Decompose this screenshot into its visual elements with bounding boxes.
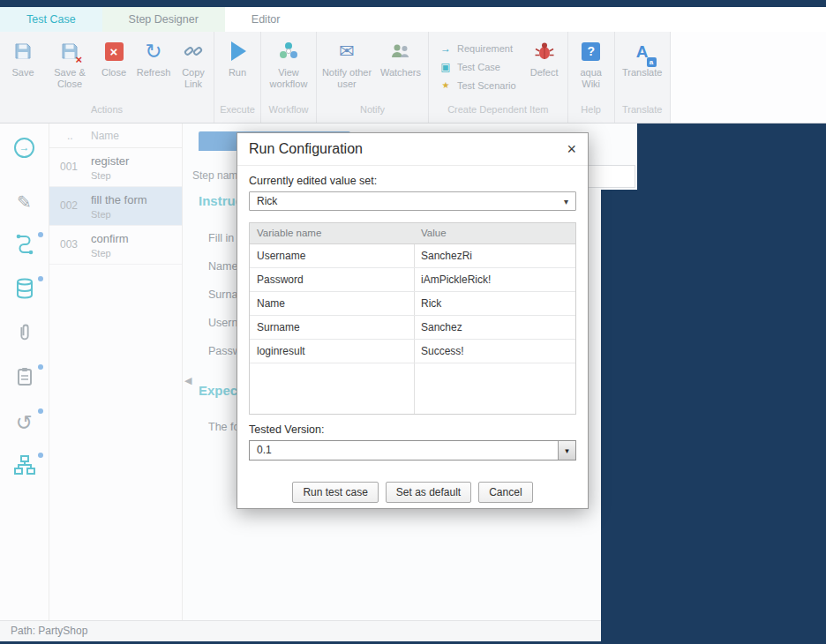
data-nav-button[interactable] <box>13 279 36 302</box>
history-nav-button[interactable]: ↺ <box>13 411 36 434</box>
step-row-fill-the-form[interactable]: 002 fill the form Step <box>49 187 182 226</box>
tab-bar: Test Case Step Designer Editor <box>0 7 826 32</box>
step-row-register[interactable]: 001 register Step <box>49 148 182 187</box>
collapse-chevron-icon[interactable]: ◀ <box>184 375 191 386</box>
translate-icon: A a <box>636 38 649 64</box>
defect-bug-icon <box>533 38 556 64</box>
value-set-select[interactable]: Rick ▾ <box>249 191 576 211</box>
create-test-scenario-item[interactable]: ★ Test Scenario <box>436 76 520 94</box>
pencil-icon: ✎ <box>17 191 32 213</box>
column-header-number: .. <box>67 130 73 142</box>
save-icon <box>13 38 33 64</box>
caret-down-icon: ▾ <box>564 197 568 206</box>
column-header-variable: Variable name <box>250 223 414 243</box>
status-bar: Path: PartyShop <box>0 620 601 641</box>
ribbon-group-label-notify: Notify <box>319 104 426 119</box>
steps-list-panel: .. Name 001 register Step 002 fill the f… <box>49 124 183 620</box>
expand-panel-button[interactable]: → <box>13 136 36 159</box>
view-workflow-button[interactable]: View workflow <box>263 32 314 90</box>
set-as-default-button[interactable]: Set as default <box>386 482 471 503</box>
variables-table: Variable name Value Username SanchezRi P… <box>249 222 576 415</box>
run-test-case-button[interactable]: Run test case <box>292 482 378 503</box>
steps-nav-button[interactable] <box>13 235 36 258</box>
tested-version-combo[interactable]: 0.1 ▾ <box>249 440 576 461</box>
ribbon-group-create-dependent: → Requirement ▣ Test Case ★ Test Scenari… <box>429 32 568 123</box>
cancel-button[interactable]: Cancel <box>478 482 532 503</box>
tested-version-label: Tested Version: <box>249 423 576 436</box>
run-configuration-dialog: Run Configuration × Currently edited val… <box>237 132 589 509</box>
notification-dot <box>38 276 43 281</box>
save-and-close-button[interactable]: × Save & Close <box>44 32 95 90</box>
ribbon-group-label-actions: Actions <box>2 104 212 119</box>
ribbon: Save × Save & Close × Close ↻ Refresh <box>0 32 826 124</box>
copy-link-button[interactable]: Copy Link <box>175 32 212 90</box>
aqua-wiki-button[interactable]: ? aqua Wiki <box>570 32 612 90</box>
table-row[interactable]: Surname Sanchez <box>250 316 575 340</box>
ribbon-group-notify: ✉ Notify other user Watchers Notify <box>317 32 429 123</box>
dialog-title: Run Configuration <box>249 141 363 157</box>
caret-down-icon: ▾ <box>565 446 569 455</box>
run-button[interactable]: Run <box>216 32 259 79</box>
ribbon-group-translate: A a Translate Translate <box>615 32 671 123</box>
table-row[interactable]: Name Rick <box>250 292 575 316</box>
editor-text-line: The fo <box>208 421 239 433</box>
save-button[interactable]: Save <box>2 32 44 79</box>
tasks-nav-button[interactable] <box>13 367 36 390</box>
step-row-confirm[interactable]: 003 confirm Step <box>49 226 182 265</box>
hierarchy-nav-button[interactable] <box>13 455 36 478</box>
requirement-icon: → <box>439 42 452 55</box>
create-defect-button[interactable]: Defect <box>523 32 566 79</box>
notify-other-user-button[interactable]: ✉ Notify other user <box>319 32 375 90</box>
tab-test-case[interactable]: Test Case <box>0 7 102 32</box>
ribbon-group-label-workflow: Workflow <box>263 104 314 119</box>
editor-text-line: Name <box>208 260 237 273</box>
translate-button[interactable]: A a Translate <box>617 32 668 79</box>
app-window: Test Case Step Designer Editor Save × Sa <box>0 0 826 644</box>
watchers-icon <box>389 38 412 64</box>
paperclip-icon <box>15 322 34 347</box>
notification-dot <box>38 453 43 458</box>
tab-editor[interactable]: Editor <box>225 7 307 32</box>
close-button[interactable]: × Close <box>95 32 132 79</box>
notification-dot <box>38 408 43 414</box>
notification-dot <box>38 364 43 370</box>
ribbon-group-label-translate: Translate <box>617 104 668 119</box>
tab-step-designer[interactable]: Step Designer <box>102 7 225 32</box>
create-test-case-item[interactable]: ▣ Test Case <box>436 57 520 76</box>
table-row[interactable]: Username SanchezRi <box>250 244 575 268</box>
dialog-close-icon[interactable]: × <box>567 141 576 157</box>
envelope-icon: ✉ <box>339 38 355 64</box>
database-icon <box>15 278 34 303</box>
link-icon <box>183 38 204 64</box>
ribbon-group-label-help: Help <box>570 104 612 119</box>
table-header-row: Variable name Value <box>250 223 575 244</box>
create-requirement-item[interactable]: → Requirement <box>436 39 520 57</box>
table-row[interactable]: loginresult Success! <box>250 340 575 363</box>
combo-dropdown-button[interactable]: ▾ <box>558 441 575 460</box>
history-icon: ↺ <box>16 411 33 435</box>
close-icon: × <box>105 38 124 64</box>
column-header-name: Name <box>91 130 119 142</box>
watchers-button[interactable]: Watchers <box>375 32 426 79</box>
refresh-button[interactable]: ↻ Refresh <box>132 32 175 79</box>
edit-nav-button[interactable]: ✎ <box>13 191 36 213</box>
column-header-value: Value <box>414 223 575 243</box>
workflow-icon <box>277 38 300 64</box>
table-row[interactable]: Password iAmPickleRick! <box>250 268 575 292</box>
step-name-label: Step nam <box>192 169 237 182</box>
value-set-selected-value: Rick <box>257 195 277 207</box>
save-and-close-icon: × <box>60 38 79 64</box>
editor-text-line: Surna <box>208 288 237 301</box>
value-set-label: Currently edited value set: <box>249 175 576 187</box>
left-icon-sidebar: → ✎ ↺ <box>0 124 49 620</box>
wiki-question-icon: ? <box>582 38 600 64</box>
sitemap-icon <box>14 455 35 478</box>
dialog-button-row: Run test case Set as default Cancel <box>249 482 576 503</box>
dialog-body: Currently edited value set: Rick ▾ Varia… <box>237 166 588 503</box>
test-case-icon: ▣ <box>439 61 452 73</box>
editor-text-line: Fill in <box>208 232 234 244</box>
steps-list-header: .. Name <box>49 124 182 148</box>
ribbon-group-help: ? aqua Wiki Help <box>568 32 615 123</box>
attachments-nav-button[interactable] <box>13 323 36 346</box>
arrow-right-circle-icon: → <box>14 138 34 158</box>
